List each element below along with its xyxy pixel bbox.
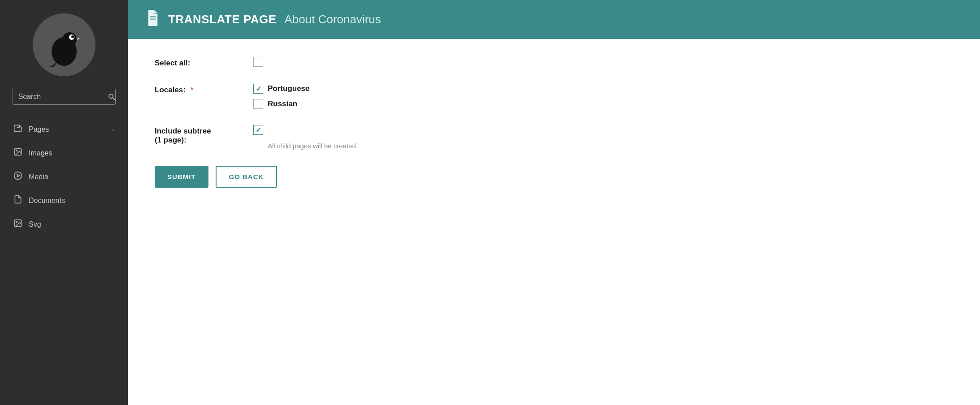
subtree-label: Include subtree(1 page):	[155, 125, 253, 145]
checkmark-subtree: ✓	[256, 126, 261, 134]
sidebar-item-images[interactable]: Images	[0, 141, 128, 165]
subtree-checkbox-wrapper: ✓	[253, 125, 358, 135]
svg-point-9	[14, 172, 22, 180]
select-all-row: Select all:	[155, 57, 953, 68]
search-box[interactable]	[13, 89, 116, 105]
checkmark-portuguese: ✓	[256, 85, 261, 93]
svg-point-12	[16, 221, 17, 223]
required-asterisk: *	[191, 86, 194, 94]
sidebar-item-images-label: Images	[29, 149, 52, 157]
sidebar-item-svg-label: Svg	[29, 220, 41, 228]
page-title: TRANSLATE PAGE	[168, 13, 276, 26]
form-content: Select all: Locales: * ✓ Portuguese	[128, 39, 980, 405]
sidebar-item-documents-label: Documents	[29, 197, 65, 205]
documents-icon	[13, 195, 22, 206]
svg-marker-4	[77, 38, 81, 40]
locales-row: Locales: * ✓ Portuguese Russian	[155, 84, 953, 109]
locale-russian-wrapper: Russian	[253, 99, 310, 109]
locales-control: ✓ Portuguese Russian	[253, 84, 310, 109]
locale-portuguese-label: Portuguese	[268, 84, 310, 93]
locales-label: Locales: *	[155, 84, 253, 95]
page-subtitle: About Coronavirus	[284, 13, 381, 26]
svg-line-6	[113, 98, 114, 99]
svg-marker-10	[17, 174, 19, 177]
sidebar: Pages › Images Media	[0, 0, 128, 405]
svg-point-3	[71, 35, 74, 38]
sidebar-item-documents[interactable]: Documents	[0, 189, 128, 212]
pages-icon	[13, 124, 22, 135]
buttons-row: SUBMIT GO BACK	[155, 166, 953, 188]
select-all-label: Select all:	[155, 57, 253, 68]
chevron-right-icon: ›	[112, 126, 114, 133]
select-all-checkbox[interactable]	[253, 57, 263, 67]
submit-button[interactable]: SUBMIT	[155, 166, 208, 188]
sidebar-item-svg[interactable]: Svg	[0, 212, 128, 236]
sidebar-nav: Pages › Images Media	[0, 117, 128, 236]
main-content: TRANSLATE PAGE About Coronavirus Select …	[128, 0, 980, 405]
subtree-control: ✓ All child pages will be created.	[253, 125, 358, 150]
subtree-checkbox[interactable]: ✓	[253, 125, 263, 135]
images-icon	[13, 147, 22, 159]
page-header-icon	[146, 10, 160, 29]
subtree-row: Include subtree(1 page): ✓ All child pag…	[155, 125, 953, 150]
locale-russian-label: Russian	[268, 99, 297, 108]
locale-portuguese-checkbox[interactable]: ✓	[253, 84, 263, 94]
sidebar-item-pages-label: Pages	[29, 125, 49, 134]
svg-icon	[13, 219, 22, 230]
go-back-button[interactable]: GO BACK	[216, 166, 278, 188]
subtree-hint: All child pages will be created.	[268, 142, 358, 150]
sidebar-item-media-label: Media	[29, 173, 48, 181]
locale-russian-checkbox[interactable]	[253, 99, 263, 109]
logo	[33, 13, 95, 76]
search-button[interactable]	[108, 93, 115, 100]
locale-portuguese-wrapper: ✓ Portuguese	[253, 84, 310, 94]
select-all-control	[253, 57, 263, 67]
search-input[interactable]	[18, 93, 108, 101]
sidebar-item-pages[interactable]: Pages ›	[0, 117, 128, 141]
page-header: TRANSLATE PAGE About Coronavirus	[128, 0, 980, 39]
svg-point-1	[62, 32, 77, 47]
sidebar-item-media[interactable]: Media	[0, 165, 128, 189]
select-all-checkbox-wrapper	[253, 57, 263, 67]
media-icon	[13, 171, 22, 182]
svg-point-8	[16, 150, 17, 151]
